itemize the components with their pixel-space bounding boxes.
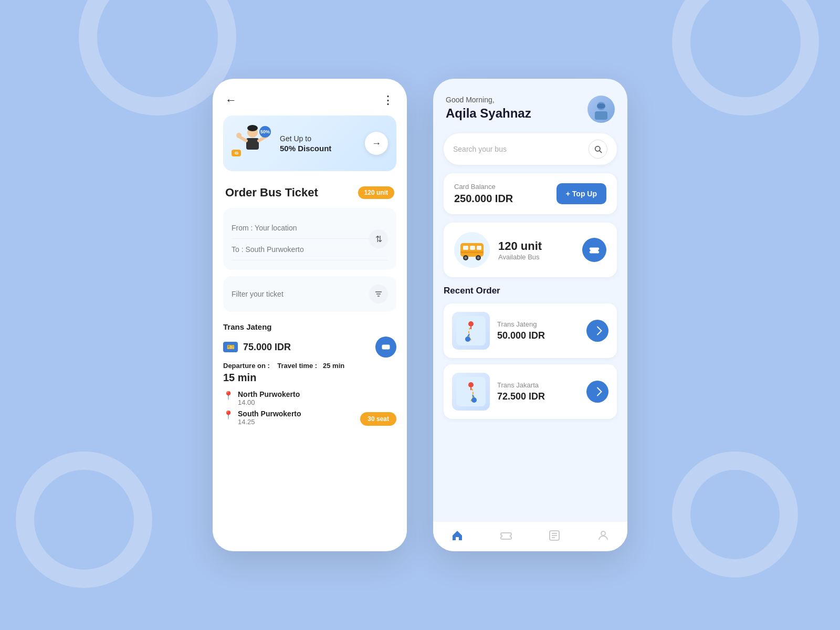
promo-badge: 50% [259,126,271,138]
right-phone-header: Good Morning, Aqila Syahnaz [433,79,627,133]
order-2-info: Trans Jakarta 72.500 IDR [497,381,579,402]
bus-info-left: 120 unit Available Bus [454,232,542,268]
ticket-provider: Trans Jateng [223,322,396,331]
stop2-name: South Purwokerto [238,410,356,418]
order-1-price: 50.000 IDR [497,330,579,341]
home-icon [451,529,464,542]
profile-nav-icon [597,529,610,542]
stop1-row: 📍 North Purwokerto 14.00 [223,390,396,406]
svg-point-5 [236,133,242,138]
nav-ticket[interactable] [500,529,512,542]
search-button[interactable] [589,140,607,159]
order-2-nav-button[interactable] [586,381,608,403]
to-label: To : South Purwokerto [232,245,388,254]
avatar[interactable] [587,96,615,123]
topup-button[interactable]: + Top Up [556,183,606,204]
filter-card: Filter your ticket [223,276,396,312]
search-placeholder: Search your bus [453,145,507,153]
left-phone-header: ← ⋮ [213,79,407,116]
stop2-dot: 📍 [223,410,234,420]
promo-arrow-button[interactable]: → [365,132,388,155]
svg-rect-2 [246,138,259,150]
svg-rect-19 [477,246,481,250]
ticket-icon [223,342,238,352]
order-card-1: Trans Jateng 50.000 IDR [444,303,617,358]
filter-button[interactable] [369,285,388,303]
order-map-thumb-2 [452,373,490,411]
stop1-info: North Purwokerto 14.00 [238,390,396,406]
filter-label: Filter your ticket [232,290,284,298]
nav-home[interactable] [451,529,464,542]
ticket-nav-icon [500,529,512,542]
balance-card: Card Balance 250.000 IDR + Top Up [444,173,617,214]
bus-ticket-button[interactable] [582,238,606,262]
stop1-dot: 📍 [223,391,234,401]
greeting-block: Good Morning, Aqila Syahnaz [446,96,531,121]
svg-point-39 [601,531,605,536]
svg-point-23 [477,257,480,259]
svg-rect-18 [470,246,475,250]
balance-info: Card Balance 250.000 IDR [454,183,513,205]
svg-point-1 [247,125,258,131]
bus-available: Available Bus [498,253,542,261]
travel-time: 25 min [323,362,344,370]
order-2-price: 72.500 IDR [497,391,579,402]
order-1-info: Trans Jateng 50.000 IDR [497,320,579,341]
bus-svg [458,239,486,261]
svg-rect-10 [382,345,390,350]
stop2-row: 📍 South Purwokerto 14.25 30 seat [223,410,396,426]
title-row: Order Bus Ticket 120 unit [213,182,407,208]
promo-text: Get Up to 50% Discount [280,134,359,153]
recent-title: Recent Order [444,286,617,296]
order-1-provider: Trans Jateng [497,320,579,328]
order-1-nav-button[interactable] [586,320,608,342]
ticket-price-row: 75.000 IDR [223,337,396,358]
bus-icon-wrapper [454,232,490,268]
history-nav-icon [548,529,561,542]
svg-rect-25 [456,316,486,345]
left-phone: ← ⋮ [213,79,407,551]
unit-badge: 120 unit [358,186,394,199]
ticket-price: 75.000 IDR [243,342,291,353]
svg-point-31 [468,382,474,387]
stop1-name: North Purwokerto [238,390,396,398]
more-options-button[interactable]: ⋮ [382,93,394,107]
promo-illustration: 50% 🎟 [232,125,274,162]
bg-decoration-4 [672,452,798,578]
svg-rect-24 [460,251,484,253]
svg-point-33 [471,397,477,403]
departure-row: Departure on : Travel time : 25 min [223,362,396,370]
page-title: Order Bus Ticket [225,186,318,200]
bus-card: 120 unit Available Bus [444,223,617,277]
stop2-info: South Purwokerto 14.25 [238,410,356,426]
order-2-provider: Trans Jakarta [497,381,579,389]
stop1-time: 14.00 [238,398,396,406]
search-bar[interactable]: Search your bus [444,133,617,165]
nav-profile[interactable] [597,529,610,542]
svg-rect-17 [463,246,468,250]
swap-button[interactable]: ⇅ [369,229,388,248]
svg-point-21 [465,257,467,259]
svg-rect-13 [595,111,607,120]
buy-ticket-button[interactable] [375,337,396,358]
recent-section: Recent Order [433,286,627,419]
balance-amount: 250.000 IDR [454,193,513,205]
bg-decoration-3 [672,0,819,116]
greeting-name: Aqila Syahnaz [446,106,531,121]
svg-point-28 [465,337,470,342]
balance-label: Card Balance [454,183,513,191]
route-svg-2 [456,377,486,406]
right-phone: Good Morning, Aqila Syahnaz Search your … [433,79,627,551]
form-section: From : Your location To : South Purwoker… [213,208,407,312]
seat-badge: 30 seat [360,412,396,426]
back-button[interactable]: ← [225,93,237,107]
from-field[interactable]: From : Your location [232,217,388,239]
to-field[interactable]: To : South Purwokerto [232,239,388,260]
ticket-price-left: 75.000 IDR [223,342,291,353]
bus-text-info: 120 unit Available Bus [498,239,542,261]
order-card-2: Trans Jakarta 72.500 IDR [444,364,617,419]
nav-history[interactable] [548,529,561,542]
greeting-small: Good Morning, [446,96,531,104]
route-svg-1 [456,316,486,345]
ticket-section: Trans Jateng 75.000 IDR Departure on : T… [213,322,407,442]
